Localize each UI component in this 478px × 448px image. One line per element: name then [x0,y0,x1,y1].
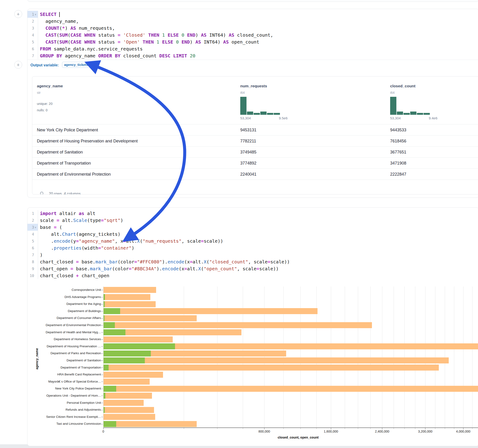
code-text[interactable]: chart_closed = base.mark_bar(color="#FFC… [38,259,290,265]
column-header: closed_count [390,84,415,88]
code-token [40,39,45,45]
code-token: "#FFC080" [137,259,162,265]
code-token: SELECT [40,12,57,17]
code-token: 1 [157,39,159,45]
code-line[interactable]: 1∨SELECT [27,11,478,18]
code-line[interactable]: 6FROM sample_data.nyc.service_requests [27,45,478,52]
gutter: 2 [27,217,38,224]
code-token: import [40,211,57,216]
code-text[interactable]: COUNT(*) AS num_requests, [38,25,115,31]
code-token: WHEN [84,39,95,45]
code-token: base [40,224,54,230]
line-number: 2 [32,19,34,24]
code-token: alt [84,211,95,216]
output-variable-pill[interactable]: agency_tickets [62,62,90,68]
code-line[interactable]: 4 CAST(SUM(CASE WHEN status = 'Closed' T… [27,31,478,38]
code-line[interactable]: 4 alt.Chart(agency_tickets) [27,231,478,238]
code-text[interactable]: agency_name, [38,19,79,24]
histogram-bar [247,112,253,115]
code-token: INT64) [201,39,223,45]
code-token [170,53,173,59]
fold-chevron-icon[interactable]: ∨ [34,13,37,16]
code-token: = [134,259,137,265]
gutter: 8 [27,258,38,265]
code-text[interactable]: base = ( [38,224,62,230]
code-line[interactable]: 6 .properties(width="container") [27,244,478,251]
code-token: num_requests, [76,25,115,31]
code-text[interactable]: ) [38,252,43,258]
add-cell-button-top[interactable]: + [14,10,22,18]
code-token: chart_open [79,273,109,278]
code-token: as [79,211,84,216]
column-header: num_requests [240,84,267,88]
gutter: 6 [27,45,38,52]
gutter: 5 [27,38,38,45]
code-line[interactable]: 7) [27,251,478,258]
code-token: X [204,259,207,265]
code-token: ( [59,25,62,31]
line-number: 5 [32,40,34,44]
search-icon[interactable] [40,191,45,194]
code-line[interactable]: 9chart_open = base.mark_bar(color="#8BC3… [27,265,478,272]
code-line[interactable]: 2scale = alt.Scale(type="sqrt") [27,217,478,224]
code-token: INT64) [207,32,229,38]
code-token [179,32,182,38]
code-text[interactable]: chart_open = base.mark_bar(color="#8BC34… [38,266,279,272]
fold-chevron-icon[interactable]: ∨ [34,226,37,229]
gutter: 1 [27,210,38,217]
code-token: = [118,32,120,38]
code-line[interactable]: 3 COUNT(*) AS num_requests, [27,25,478,31]
dataframe-preview: 20 rows, 4 columns agency_namestrunique:… [32,76,478,194]
code-token: AS [195,39,201,45]
python-code-editor[interactable]: 1import altair as alt2scale = alt.Scale(… [27,210,478,279]
code-line[interactable]: 5 CAST(SUM(CASE WHEN status = 'Open' THE… [27,38,478,45]
code-token: base. [73,266,90,272]
table-cell: 3471908 [390,161,406,166]
code-line[interactable]: 2 agency_name, [27,18,478,25]
code-token: = [190,259,193,265]
column-type: str [37,91,41,94]
gutter: 9 [27,265,38,272]
code-text[interactable]: SELECT [38,12,60,17]
table-cell: 9443533 [390,128,406,132]
code-line[interactable]: 1import altair as alt [27,210,478,217]
code-text[interactable]: alt.Chart(agency_tickets) [38,231,120,237]
code-token: X [137,238,140,244]
code-line[interactable]: 10chart_closed + chart_open [27,272,478,279]
code-token: ( [57,224,62,230]
code-token: ( [207,259,209,265]
code-text[interactable]: CAST(SUM(CASE WHEN status = 'Open' THEN … [38,39,259,45]
code-line[interactable]: 5 .encode(y="agency_name", x=alt.X("num_… [27,238,478,244]
code-text[interactable]: GROUP BY agency_name ORDER BY closed_cou… [38,53,195,59]
code-token: agency_name [62,53,98,59]
code-token: = [129,266,132,272]
code-line[interactable]: 3∨base = ( [27,224,478,231]
code-text[interactable]: import altair as alt [38,211,95,216]
histogram-bar [390,97,396,115]
code-text[interactable]: .properties(width="container") [38,245,134,251]
code-text[interactable]: chart_closed + chart_open [38,273,109,278]
line-number: 10 [30,274,34,278]
sql-code-editor[interactable]: 1∨SELECT 2 agency_name,3 COUNT(*) AS num… [27,11,478,59]
add-cell-button-output[interactable]: + [14,61,22,69]
code-text[interactable]: FROM sample_data.nyc.service_requests [38,46,143,52]
gutter: 2 [27,18,38,25]
line-number: 2 [32,218,34,223]
code-text[interactable]: CAST(SUM(CASE WHEN status = 'Closed' THE… [38,32,273,38]
python-cell: 1import altair as alt2scale = alt.Scale(… [27,207,478,446]
code-line[interactable]: 7GROUP BY agency_name ORDER BY closed_co… [27,52,478,59]
code-token: ). [162,259,168,265]
code-token: = [267,259,270,265]
table-cell: 3774892 [240,161,256,166]
code-text[interactable]: scale = alt.Scale(type="sqrt") [38,218,123,223]
code-token [40,25,45,31]
code-token: chart_closed [40,259,76,265]
code-token: scale [40,218,57,223]
code-text[interactable]: .encode(y="agency_name", x=alt.X("num_re… [38,238,223,244]
code-token: "closed_count" [209,259,248,265]
code-line[interactable]: 8chart_closed = base.mark_bar(color="#FF… [27,258,478,265]
code-token: scale)) [270,259,290,265]
line-number: 6 [32,246,34,250]
code-token: mark_bar [95,259,118,265]
code-token: ( [68,39,70,45]
